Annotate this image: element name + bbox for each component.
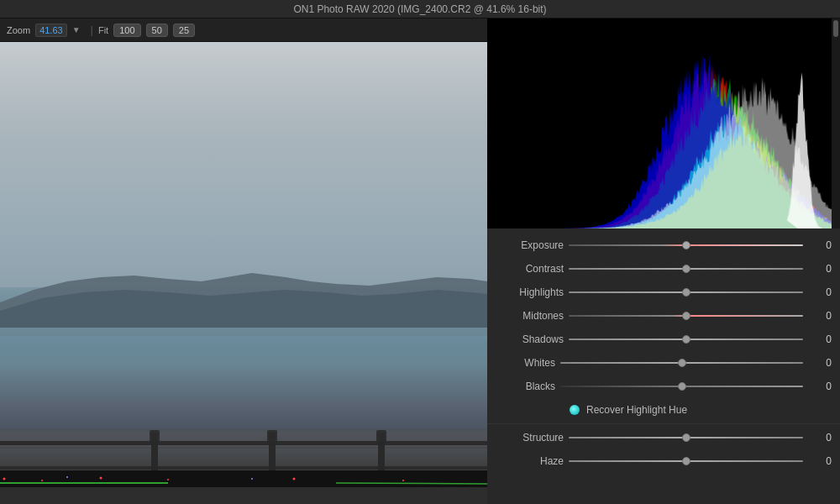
water-layer [0, 328, 487, 428]
exposure-value: 0 [808, 239, 832, 251]
structure-thumb [682, 433, 690, 442]
blacks-thumb [678, 382, 686, 391]
whites-value: 0 [808, 357, 832, 369]
shadows-slider[interactable] [569, 333, 803, 346]
zoom-100-button[interactable]: 100 [113, 24, 140, 37]
recover-label[interactable]: Recover Highlight Hue [586, 404, 687, 416]
shadows-row: Shadows 0 [487, 328, 840, 351]
contrast-value: 0 [808, 263, 832, 275]
controls-panel: Exposure 0 Contrast 0 Highlights [487, 228, 840, 504]
haze-row: Haze 0 [487, 449, 840, 473]
recover-dot-icon [570, 405, 580, 415]
midtones-label: Midtones [501, 310, 564, 322]
shadows-thumb [682, 335, 690, 344]
haze-thumb [682, 457, 690, 465]
title-bar: ON1 Photo RAW 2020 (IMG_2400.CR2 @ 41.6%… [0, 0, 840, 18]
shadows-value: 0 [808, 333, 832, 345]
histogram [487, 18, 840, 228]
color-fringe [0, 470, 487, 487]
whites-thumb [678, 359, 686, 367]
exposure-slider[interactable] [569, 239, 803, 252]
midtones-row: Midtones 0 [487, 304, 840, 328]
highlights-slider[interactable] [569, 286, 803, 299]
mountain-layer [0, 235, 487, 336]
highlights-value: 0 [808, 286, 832, 298]
right-panel: Exposure 0 Contrast 0 Highlights [487, 18, 840, 504]
blacks-value: 0 [808, 381, 832, 392]
structure-label: Structure [501, 432, 564, 444]
photo-area: Zoom 41.63 ▼ | Fit 100 50 25 [0, 18, 487, 504]
svg-point-13 [100, 477, 102, 480]
haze-slider[interactable] [569, 454, 803, 468]
exposure-row: Exposure 0 [487, 234, 840, 257]
structure-value: 0 [808, 432, 832, 444]
whites-label: Whites [501, 357, 555, 369]
structure-slider[interactable] [569, 431, 803, 444]
blacks-slider[interactable] [560, 380, 803, 393]
zoom-50-button[interactable]: 50 [146, 24, 168, 37]
svg-point-19 [66, 476, 68, 478]
shadows-label: Shadows [501, 333, 564, 345]
midtones-thumb [682, 312, 690, 320]
contrast-row: Contrast 0 [487, 257, 840, 281]
zoom-label: Zoom [7, 25, 30, 35]
scroll-indicator[interactable] [832, 18, 840, 228]
svg-point-12 [41, 480, 43, 481]
window-title: ON1 Photo RAW 2020 (IMG_2400.CR2 @ 41.6%… [293, 3, 546, 15]
svg-point-20 [251, 478, 253, 480]
haze-value: 0 [808, 455, 832, 467]
svg-point-15 [293, 478, 296, 480]
svg-rect-2 [0, 441, 487, 445]
contrast-slider[interactable] [569, 262, 803, 276]
scroll-thumb [833, 20, 838, 37]
svg-rect-4 [0, 466, 487, 470]
structure-row: Structure 0 [487, 426, 840, 449]
svg-rect-3 [0, 447, 487, 449]
exposure-label: Exposure [501, 239, 564, 251]
contrast-thumb [682, 265, 690, 273]
highlights-thumb [682, 288, 690, 297]
svg-rect-10 [376, 430, 386, 443]
main-layout: Zoom 41.63 ▼ | Fit 100 50 25 [0, 18, 840, 504]
svg-point-11 [3, 478, 6, 480]
blacks-row: Blacks 0 [487, 375, 840, 398]
exposure-thumb [682, 241, 690, 249]
photo-background [0, 42, 487, 487]
zoom-dropdown-icon[interactable]: ▼ [72, 25, 81, 34]
svg-rect-9 [267, 430, 277, 443]
midtones-value: 0 [808, 310, 832, 322]
histogram-canvas [487, 18, 840, 228]
svg-point-14 [167, 479, 169, 480]
blacks-label: Blacks [501, 381, 555, 392]
svg-line-18 [336, 483, 487, 484]
contrast-label: Contrast [501, 263, 564, 275]
zoom-value[interactable]: 41.63 [35, 24, 67, 37]
photo-canvas [0, 42, 487, 487]
whites-row: Whites 0 [487, 351, 840, 375]
toolbar: Zoom 41.63 ▼ | Fit 100 50 25 [0, 18, 487, 42]
midtones-slider[interactable] [569, 309, 803, 323]
separator [487, 423, 840, 424]
zoom-25-button[interactable]: 25 [173, 24, 195, 37]
highlights-label: Highlights [501, 286, 564, 298]
svg-rect-8 [150, 430, 160, 443]
fit-label: Fit [98, 25, 108, 35]
recover-row: Recover Highlight Hue [487, 398, 840, 422]
whites-slider[interactable] [560, 356, 803, 370]
svg-point-16 [402, 480, 404, 481]
highlights-row: Highlights 0 [487, 281, 840, 304]
haze-label: Haze [501, 455, 564, 467]
